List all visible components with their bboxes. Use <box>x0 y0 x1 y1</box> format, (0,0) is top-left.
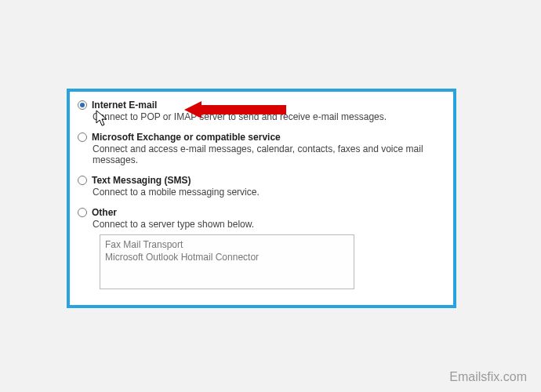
list-item[interactable]: Fax Mail Transport <box>105 238 349 251</box>
radio-sms[interactable] <box>78 176 87 185</box>
radio-other[interactable] <box>78 208 87 217</box>
list-item[interactable]: Microsoft Outlook Hotmail Connector <box>105 251 349 263</box>
label-exchange[interactable]: Microsoft Exchange or compatible service <box>92 132 281 143</box>
label-internet-email[interactable]: Internet E-mail <box>92 100 157 111</box>
label-other[interactable]: Other <box>92 207 117 218</box>
label-sms[interactable]: Text Messaging (SMS) <box>92 175 191 186</box>
option-sms: Text Messaging (SMS) Connect to a mobile… <box>78 175 439 198</box>
radio-exchange[interactable] <box>78 132 87 142</box>
desc-internet-email: Connect to POP or IMAP server to send an… <box>93 111 439 122</box>
desc-sms: Connect to a mobile messaging service. <box>93 187 439 198</box>
service-type-dialog: Internet E-mail Connect to POP or IMAP s… <box>67 89 456 308</box>
other-server-list[interactable]: Fax Mail Transport Microsoft Outlook Hot… <box>100 234 354 289</box>
option-other: Other Connect to a server type shown bel… <box>78 207 439 289</box>
desc-other: Connect to a server type shown below. <box>93 219 439 230</box>
option-internet-email: Internet E-mail Connect to POP or IMAP s… <box>78 100 439 122</box>
option-exchange: Microsoft Exchange or compatible service… <box>78 132 439 165</box>
radio-internet-email[interactable] <box>78 100 87 110</box>
desc-exchange: Connect and access e-mail messages, cale… <box>93 143 439 165</box>
watermark-text: Emailsfix.com <box>449 370 527 384</box>
